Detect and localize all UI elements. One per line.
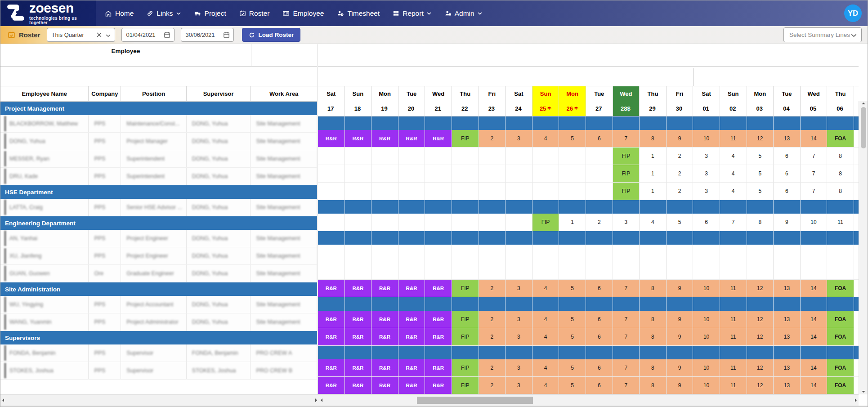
- roster-cell[interactable]: [318, 148, 345, 165]
- clear-filter-icon[interactable]: [97, 31, 102, 39]
- roster-cell[interactable]: [532, 245, 559, 262]
- roster-cell[interactable]: FOA: [827, 311, 854, 328]
- roster-cell[interactable]: [345, 148, 372, 165]
- roster-cell[interactable]: [613, 262, 640, 280]
- roster-cell[interactable]: 10: [693, 328, 720, 346]
- roster-cell[interactable]: FOA: [827, 280, 854, 297]
- roster-cell[interactable]: [559, 262, 586, 280]
- roster-cell[interactable]: R&R: [425, 311, 452, 328]
- roster-cell[interactable]: [398, 214, 425, 231]
- left-pane-hscrollbar[interactable]: [0, 394, 319, 406]
- roster-cell[interactable]: 4: [532, 130, 559, 148]
- roster-cell[interactable]: [774, 262, 801, 280]
- roster-cell[interactable]: 4: [720, 148, 747, 165]
- roster-cell[interactable]: 12: [747, 311, 774, 328]
- roster-cell[interactable]: 5: [559, 311, 586, 328]
- roster-cell[interactable]: [452, 165, 479, 183]
- roster-cell[interactable]: R&R: [318, 280, 345, 297]
- roster-cell[interactable]: 10: [693, 359, 720, 377]
- nav-item-admin[interactable]: Admin: [444, 9, 482, 18]
- user-avatar[interactable]: YD: [844, 4, 862, 22]
- roster-cell[interactable]: FOA: [827, 377, 854, 394]
- roster-cell[interactable]: [371, 262, 398, 280]
- roster-cell[interactable]: 2: [479, 311, 506, 328]
- roster-cell[interactable]: [506, 183, 532, 200]
- employee-row[interactable]: LATTA, Craig PPS Senior HSE Advisor ... …: [0, 199, 317, 216]
- roster-cell[interactable]: R&R: [425, 328, 452, 346]
- roster-cell[interactable]: R&R: [425, 377, 452, 394]
- employee-row[interactable]: MESSER, Ryan PPS Superintendent DONG, Yu…: [0, 150, 317, 168]
- roster-cell[interactable]: [318, 183, 345, 200]
- roster-cell[interactable]: [371, 148, 398, 165]
- roster-cell[interactable]: 7: [801, 165, 828, 183]
- roster-cell[interactable]: 7: [801, 183, 828, 200]
- load-roster-button[interactable]: Load Roster: [242, 28, 301, 42]
- roster-cell[interactable]: 5: [559, 280, 586, 297]
- roster-cell[interactable]: 5: [747, 148, 774, 165]
- roster-cell[interactable]: 7: [613, 328, 640, 346]
- scroll-left-arrow[interactable]: [2, 398, 4, 402]
- quarter-filter-select[interactable]: This Quarter: [47, 28, 115, 42]
- roster-cell[interactable]: FIP: [613, 183, 640, 200]
- scroll-up-arrow[interactable]: [862, 103, 865, 104]
- roster-cell[interactable]: [345, 262, 372, 280]
- roster-cell[interactable]: R&R: [371, 328, 398, 346]
- roster-cell[interactable]: 6: [586, 359, 613, 377]
- roster-cell[interactable]: [398, 148, 425, 165]
- roster-cell[interactable]: 11: [720, 311, 747, 328]
- roster-cell[interactable]: 6: [586, 130, 613, 148]
- roster-cell[interactable]: 14: [801, 280, 828, 297]
- roster-cell[interactable]: [747, 245, 774, 262]
- vscrollbar-thumb[interactable]: [861, 107, 866, 148]
- nav-item-project[interactable]: Project: [194, 9, 226, 18]
- roster-cell[interactable]: R&R: [345, 130, 372, 148]
- roster-cell[interactable]: R&R: [425, 280, 452, 297]
- roster-cell[interactable]: 4: [640, 214, 667, 231]
- roster-cell[interactable]: [479, 165, 506, 183]
- roster-cell[interactable]: R&R: [398, 311, 425, 328]
- roster-cell[interactable]: [371, 183, 398, 200]
- roster-cell[interactable]: [371, 245, 398, 262]
- roster-cell[interactable]: 11: [720, 377, 747, 394]
- roster-cell[interactable]: [425, 245, 452, 262]
- chevron-down-icon[interactable]: [106, 31, 111, 39]
- roster-cell[interactable]: R&R: [398, 130, 425, 148]
- roster-cell[interactable]: [398, 245, 425, 262]
- roster-cell[interactable]: [345, 214, 372, 231]
- scroll-left-arrow[interactable]: [321, 398, 322, 402]
- roster-cell[interactable]: [398, 262, 425, 280]
- roster-cell[interactable]: FIP: [452, 328, 479, 346]
- roster-cell[interactable]: [452, 148, 479, 165]
- roster-cell[interactable]: FOA: [827, 359, 854, 377]
- roster-cell[interactable]: 6: [774, 165, 801, 183]
- roster-cell[interactable]: 6: [586, 280, 613, 297]
- roster-cell[interactable]: 7: [613, 359, 640, 377]
- roster-cell[interactable]: 8: [640, 311, 667, 328]
- roster-cell[interactable]: [479, 214, 506, 231]
- roster-cell[interactable]: 14: [801, 311, 828, 328]
- roster-cell[interactable]: FIP: [532, 214, 559, 231]
- roster-cell[interactable]: 9: [774, 214, 801, 231]
- roster-cell[interactable]: 3: [506, 359, 532, 377]
- employee-row[interactable]: FONDA, Benjamin PPS Supervisor FONDA, Be…: [0, 344, 317, 362]
- roster-cell[interactable]: 9: [667, 359, 694, 377]
- roster-cell[interactable]: 2: [667, 165, 694, 183]
- roster-cell[interactable]: 7: [613, 377, 640, 394]
- roster-cell[interactable]: [398, 183, 425, 200]
- roster-cell[interactable]: 2: [479, 280, 506, 297]
- roster-cell[interactable]: [640, 262, 667, 280]
- roster-cell[interactable]: 3: [506, 130, 532, 148]
- roster-cell[interactable]: [452, 245, 479, 262]
- roster-cell[interactable]: [720, 245, 747, 262]
- roster-cell[interactable]: 2: [667, 148, 694, 165]
- roster-cell[interactable]: [532, 183, 559, 200]
- summary-lines-select[interactable]: Select Summary Lines: [783, 27, 862, 42]
- roster-cell[interactable]: [532, 148, 559, 165]
- roster-cell[interactable]: 9: [667, 377, 694, 394]
- roster-cell[interactable]: R&R: [345, 280, 372, 297]
- roster-cell[interactable]: 11: [720, 359, 747, 377]
- roster-cell[interactable]: 2: [667, 183, 694, 200]
- roster-cell[interactable]: [452, 183, 479, 200]
- roster-cell[interactable]: [693, 262, 720, 280]
- roster-cell[interactable]: [801, 262, 828, 280]
